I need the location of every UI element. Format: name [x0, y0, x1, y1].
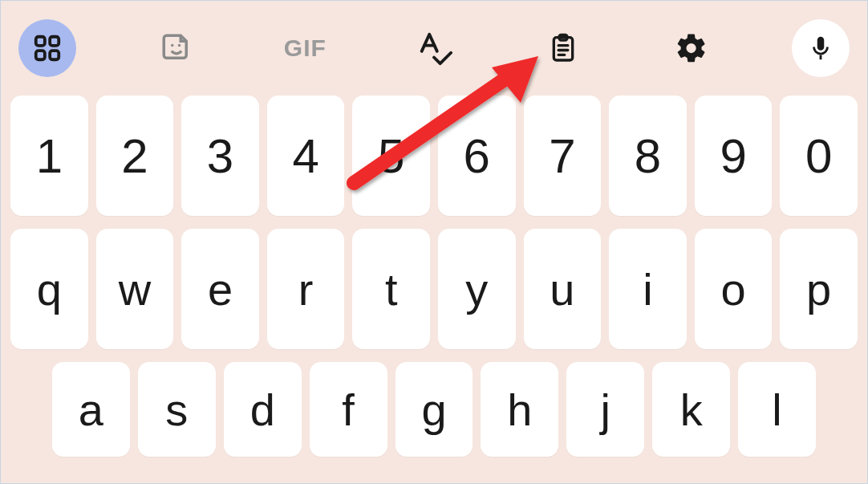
key-k[interactable]: k	[652, 362, 730, 457]
key-r[interactable]: r	[267, 229, 345, 349]
key-label: 3	[207, 128, 233, 184]
key-7[interactable]: 7	[524, 96, 602, 216]
svg-rect-2	[36, 51, 45, 59]
key-f[interactable]: f	[310, 362, 387, 457]
key-label: 9	[720, 128, 746, 184]
keyboard-toolbar: GIF	[1, 1, 867, 89]
key-label: q	[37, 263, 62, 315]
key-4[interactable]: 4	[267, 96, 345, 216]
key-label: g	[421, 384, 446, 436]
key-u[interactable]: u	[524, 229, 602, 349]
key-label: o	[721, 263, 746, 315]
key-label: 2	[121, 128, 148, 184]
key-label: u	[550, 263, 574, 315]
apps-button[interactable]	[18, 19, 76, 77]
svg-rect-1	[50, 37, 59, 46]
key-label: k	[680, 384, 703, 436]
key-d[interactable]: d	[224, 362, 302, 457]
key-o[interactable]: o	[695, 229, 773, 349]
key-l[interactable]: l	[738, 362, 816, 457]
key-3[interactable]: 3	[181, 96, 259, 216]
sticker-icon	[160, 31, 193, 65]
key-label: 0	[805, 128, 832, 184]
key-label: 5	[378, 128, 404, 184]
keyboard: 1 2 3 4 5 6 7 8 9 0 q w e r t y u i o p …	[1, 89, 867, 463]
apps-icon	[32, 33, 63, 63]
svg-rect-11	[820, 55, 822, 60]
key-label: i	[643, 263, 652, 315]
letter-row-2: a s d f g h j k l	[7, 356, 861, 463]
key-label: f	[342, 384, 355, 436]
svg-rect-3	[50, 51, 59, 59]
key-y[interactable]: y	[438, 229, 516, 349]
key-8[interactable]: 8	[609, 96, 687, 216]
clipboard-icon	[547, 32, 579, 64]
gif-icon: GIF	[284, 35, 327, 62]
key-label: 1	[36, 128, 63, 184]
key-2[interactable]: 2	[96, 96, 174, 216]
key-label: w	[119, 263, 151, 315]
key-label: h	[507, 384, 532, 436]
key-w[interactable]: w	[96, 229, 174, 349]
key-label: p	[806, 263, 831, 315]
spellcheck-icon	[416, 30, 452, 67]
key-label: d	[250, 384, 275, 436]
key-label: 6	[464, 128, 490, 184]
key-t[interactable]: t	[352, 229, 430, 349]
key-h[interactable]: h	[481, 362, 558, 457]
key-0[interactable]: 0	[780, 96, 858, 216]
mic-icon	[807, 35, 834, 62]
key-6[interactable]: 6	[438, 96, 516, 216]
key-label: s	[165, 384, 188, 436]
voice-input-button[interactable]	[792, 19, 850, 77]
number-row: 1 2 3 4 5 6 7 8 9 0	[7, 89, 861, 222]
key-label: a	[79, 384, 103, 436]
gif-button[interactable]: GIF	[276, 19, 334, 77]
key-label: y	[465, 263, 488, 315]
key-label: j	[601, 384, 610, 436]
key-label: e	[208, 263, 233, 315]
key-g[interactable]: g	[395, 362, 473, 457]
key-a[interactable]: a	[52, 362, 130, 457]
clipboard-button[interactable]	[534, 19, 592, 77]
key-9[interactable]: 9	[695, 96, 773, 216]
svg-rect-0	[36, 37, 45, 46]
key-e[interactable]: e	[181, 229, 259, 349]
key-j[interactable]: j	[566, 362, 644, 457]
key-label: 4	[292, 128, 318, 184]
letter-row-1: q w e r t y u i o p	[7, 222, 861, 356]
spellcheck-button[interactable]	[405, 19, 463, 77]
svg-point-4	[171, 44, 174, 47]
gear-icon	[675, 31, 708, 65]
key-label: r	[298, 263, 314, 315]
key-label: 7	[549, 128, 575, 184]
key-s[interactable]: s	[138, 362, 216, 457]
key-i[interactable]: i	[609, 229, 687, 349]
key-1[interactable]: 1	[10, 96, 88, 216]
key-label: l	[772, 384, 781, 436]
sticker-button[interactable]	[148, 19, 205, 77]
key-p[interactable]: p	[780, 229, 858, 349]
key-label: 8	[635, 128, 661, 184]
settings-button[interactable]	[663, 19, 720, 77]
key-5[interactable]: 5	[352, 96, 430, 216]
svg-point-5	[177, 44, 180, 47]
key-label: t	[385, 263, 398, 315]
key-q[interactable]: q	[10, 229, 88, 349]
